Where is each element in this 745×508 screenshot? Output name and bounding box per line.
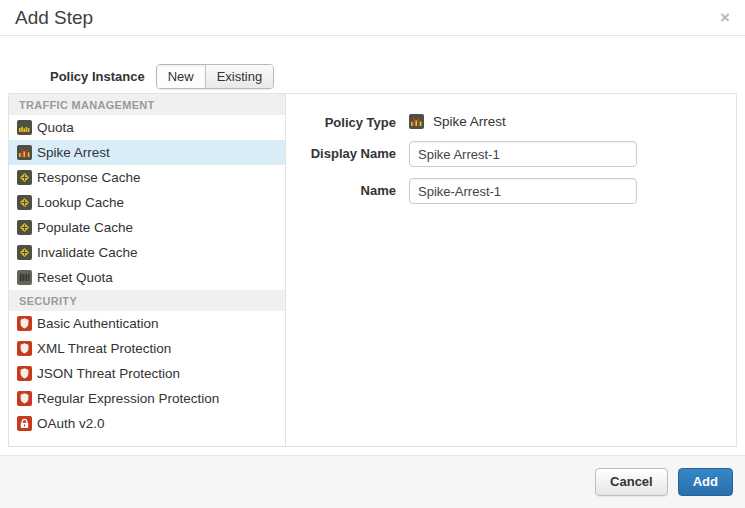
reset-quota-icon	[17, 270, 32, 285]
section-header-security: SECURITY	[9, 290, 285, 311]
name-label: Name	[286, 178, 396, 204]
policy-list: TRAFFIC MANAGEMENTQuotaSpike ArrestRespo…	[9, 94, 286, 446]
quota-icon	[17, 120, 32, 135]
policy-form: Policy Type Spike Arrest Display Name Na…	[286, 94, 736, 446]
list-item-lookup-cache[interactable]: Lookup Cache	[9, 190, 285, 215]
spike-arrest-icon	[17, 145, 32, 160]
list-item-reset-quota[interactable]: Reset Quota	[9, 265, 285, 290]
name-input[interactable]	[409, 178, 637, 204]
add-button[interactable]: Add	[678, 468, 733, 496]
close-icon[interactable]: ×	[720, 9, 730, 26]
list-item-label: Basic Authentication	[37, 316, 159, 331]
list-item-xml-threat-protection[interactable]: XML Threat Protection	[9, 336, 285, 361]
spike-arrest-icon	[409, 114, 424, 129]
list-item-label: Spike Arrest	[37, 145, 110, 160]
name-row: Name	[286, 178, 736, 204]
shield-icon	[17, 391, 32, 406]
display-name-input[interactable]	[409, 141, 637, 167]
list-item-label: Populate Cache	[37, 220, 133, 235]
list-item-response-cache[interactable]: Response Cache	[9, 165, 285, 190]
display-name-label: Display Name	[286, 141, 396, 167]
list-item-label: Regular Expression Protection	[37, 391, 219, 406]
list-item-label: Invalidate Cache	[37, 245, 138, 260]
cancel-button[interactable]: Cancel	[595, 468, 668, 496]
cache-icon	[17, 195, 32, 210]
policy-type-text: Spike Arrest	[433, 114, 506, 129]
list-item-label: Lookup Cache	[37, 195, 124, 210]
policy-instance-row: Policy Instance New Existing	[0, 36, 745, 98]
list-item-spike-arrest[interactable]: Spike Arrest	[9, 140, 285, 165]
add-step-dialog: Add Step × Policy Instance New Existing …	[0, 0, 745, 508]
dialog-header: Add Step ×	[0, 0, 745, 36]
main-content: TRAFFIC MANAGEMENTQuotaSpike ArrestRespo…	[8, 93, 737, 447]
new-toggle-button[interactable]: New	[157, 65, 205, 88]
display-name-row: Display Name	[286, 141, 736, 167]
list-item-invalidate-cache[interactable]: Invalidate Cache	[9, 240, 285, 265]
cache-icon	[17, 220, 32, 235]
policy-type-label: Policy Type	[286, 113, 396, 130]
dialog-footer: Cancel Add	[0, 455, 745, 508]
list-item-quota[interactable]: Quota	[9, 115, 285, 140]
list-item-regular-expression-protection[interactable]: Regular Expression Protection	[9, 386, 285, 411]
list-item-label: JSON Threat Protection	[37, 366, 180, 381]
list-item-label: Reset Quota	[37, 270, 113, 285]
list-item-oauth-v2-0[interactable]: OAuth v2.0	[9, 411, 285, 436]
list-item-basic-authentication[interactable]: Basic Authentication	[9, 311, 285, 336]
section-header-traffic-management: TRAFFIC MANAGEMENT	[9, 94, 285, 115]
policy-instance-toggle: New Existing	[156, 64, 275, 89]
existing-toggle-button[interactable]: Existing	[205, 65, 274, 88]
list-item-label: Quota	[37, 120, 74, 135]
shield-icon	[17, 341, 32, 356]
shield-icon	[17, 316, 32, 331]
list-item-label: XML Threat Protection	[37, 341, 171, 356]
cache-icon	[17, 245, 32, 260]
policy-type-row: Policy Type Spike Arrest	[286, 113, 736, 130]
cache-icon	[17, 170, 32, 185]
list-item-populate-cache[interactable]: Populate Cache	[9, 215, 285, 240]
shield-icon	[17, 366, 32, 381]
list-item-label: Response Cache	[37, 170, 141, 185]
list-item-label: OAuth v2.0	[37, 416, 105, 431]
dialog-title: Add Step	[15, 7, 93, 29]
list-item-json-threat-protection[interactable]: JSON Threat Protection	[9, 361, 285, 386]
policy-instance-label: Policy Instance	[50, 69, 145, 84]
policy-type-value: Spike Arrest	[409, 113, 506, 130]
lock-icon	[17, 416, 32, 431]
